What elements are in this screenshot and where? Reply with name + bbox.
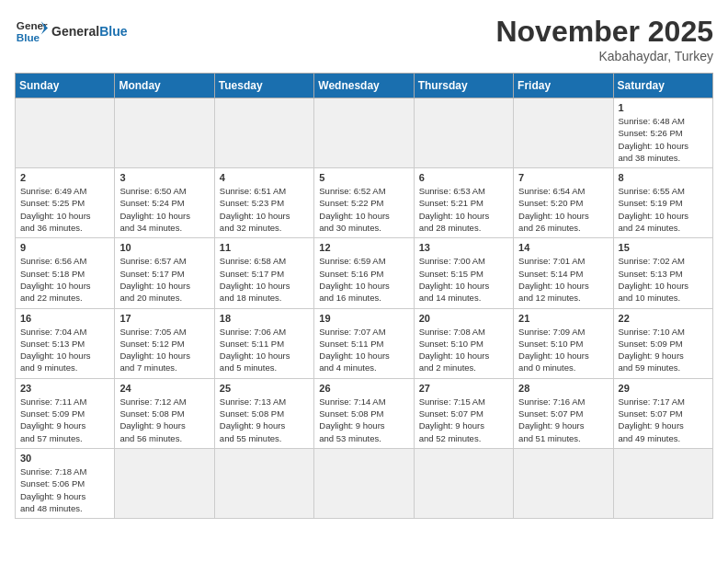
calendar-table: SundayMondayTuesdayWednesdayThursdayFrid… bbox=[15, 73, 713, 519]
logo-icon: General Blue bbox=[15, 15, 48, 48]
day-cell: 19Sunrise: 7:07 AM Sunset: 5:11 PM Dayli… bbox=[314, 308, 414, 378]
day-number: 23 bbox=[20, 383, 109, 394]
day-cell bbox=[414, 98, 513, 168]
day-cell: 30Sunrise: 7:18 AM Sunset: 5:06 PM Dayli… bbox=[16, 448, 115, 518]
day-info: Sunrise: 7:08 AM Sunset: 5:10 PM Dayligh… bbox=[419, 326, 508, 374]
logo: General Blue GeneralBlue bbox=[15, 15, 127, 48]
day-cell: 5Sunrise: 6:52 AM Sunset: 5:22 PM Daylig… bbox=[314, 168, 414, 238]
day-info: Sunrise: 6:58 AM Sunset: 5:17 PM Dayligh… bbox=[220, 255, 309, 304]
day-cell: 20Sunrise: 7:08 AM Sunset: 5:10 PM Dayli… bbox=[414, 308, 513, 378]
day-number: 25 bbox=[220, 383, 309, 394]
day-number: 28 bbox=[518, 383, 608, 394]
page-header: General Blue GeneralBlue November 2025 K… bbox=[15, 15, 713, 63]
day-info: Sunrise: 7:15 AM Sunset: 5:07 PM Dayligh… bbox=[419, 396, 508, 444]
day-number: 11 bbox=[220, 242, 309, 253]
day-cell: 17Sunrise: 7:05 AM Sunset: 5:12 PM Dayli… bbox=[115, 308, 214, 378]
day-cell: 16Sunrise: 7:04 AM Sunset: 5:13 PM Dayli… bbox=[16, 308, 115, 378]
day-number: 12 bbox=[319, 242, 408, 253]
day-number: 2 bbox=[20, 172, 109, 183]
header-wednesday: Wednesday bbox=[314, 74, 414, 98]
header-thursday: Thursday bbox=[414, 74, 513, 98]
day-info: Sunrise: 6:59 AM Sunset: 5:16 PM Dayligh… bbox=[319, 255, 408, 304]
day-info: Sunrise: 7:02 AM Sunset: 5:13 PM Dayligh… bbox=[619, 255, 708, 304]
day-info: Sunrise: 6:51 AM Sunset: 5:23 PM Dayligh… bbox=[220, 185, 309, 234]
day-cell bbox=[16, 98, 115, 168]
week-row-6: 30Sunrise: 7:18 AM Sunset: 5:06 PM Dayli… bbox=[16, 448, 713, 518]
day-number: 16 bbox=[20, 313, 109, 324]
logo-text: GeneralBlue bbox=[51, 24, 127, 39]
day-info: Sunrise: 7:05 AM Sunset: 5:12 PM Dayligh… bbox=[119, 326, 209, 374]
svg-text:General: General bbox=[17, 19, 48, 31]
day-cell: 2Sunrise: 6:49 AM Sunset: 5:25 PM Daylig… bbox=[16, 168, 115, 238]
day-info: Sunrise: 6:54 AM Sunset: 5:20 PM Dayligh… bbox=[518, 185, 608, 234]
day-info: Sunrise: 7:16 AM Sunset: 5:07 PM Dayligh… bbox=[518, 396, 608, 444]
day-cell bbox=[514, 98, 613, 168]
day-number: 17 bbox=[119, 313, 209, 324]
day-info: Sunrise: 6:50 AM Sunset: 5:24 PM Dayligh… bbox=[119, 185, 209, 234]
day-number: 4 bbox=[220, 172, 309, 183]
header-tuesday: Tuesday bbox=[214, 74, 313, 98]
day-info: Sunrise: 7:10 AM Sunset: 5:09 PM Dayligh… bbox=[619, 326, 708, 374]
day-info: Sunrise: 7:17 AM Sunset: 5:07 PM Dayligh… bbox=[619, 396, 708, 444]
day-info: Sunrise: 7:11 AM Sunset: 5:09 PM Dayligh… bbox=[20, 396, 109, 444]
day-number: 29 bbox=[619, 383, 708, 394]
day-number: 8 bbox=[619, 172, 708, 183]
day-cell: 13Sunrise: 7:00 AM Sunset: 5:15 PM Dayli… bbox=[414, 238, 513, 308]
day-info: Sunrise: 6:52 AM Sunset: 5:22 PM Dayligh… bbox=[319, 185, 408, 234]
day-cell bbox=[514, 448, 613, 518]
day-cell: 25Sunrise: 7:13 AM Sunset: 5:08 PM Dayli… bbox=[214, 378, 313, 448]
title-block: November 2025 Kabahaydar, Turkey bbox=[495, 15, 713, 63]
day-cell bbox=[314, 98, 414, 168]
week-row-3: 9Sunrise: 6:56 AM Sunset: 5:18 PM Daylig… bbox=[16, 238, 713, 308]
day-number: 27 bbox=[419, 383, 508, 394]
week-row-1: 1Sunrise: 6:48 AM Sunset: 5:26 PM Daylig… bbox=[16, 98, 713, 168]
day-info: Sunrise: 6:57 AM Sunset: 5:17 PM Dayligh… bbox=[119, 255, 209, 304]
day-number: 5 bbox=[319, 172, 408, 183]
day-cell bbox=[414, 448, 513, 518]
day-info: Sunrise: 7:13 AM Sunset: 5:08 PM Dayligh… bbox=[220, 396, 309, 444]
header-monday: Monday bbox=[115, 74, 214, 98]
day-number: 20 bbox=[419, 313, 508, 324]
day-cell bbox=[115, 448, 214, 518]
day-info: Sunrise: 7:07 AM Sunset: 5:11 PM Dayligh… bbox=[319, 326, 408, 374]
svg-text:Blue: Blue bbox=[17, 31, 40, 43]
day-info: Sunrise: 7:01 AM Sunset: 5:14 PM Dayligh… bbox=[518, 255, 608, 304]
header-sunday: Sunday bbox=[16, 74, 115, 98]
day-info: Sunrise: 7:18 AM Sunset: 5:06 PM Dayligh… bbox=[20, 465, 109, 514]
day-cell: 24Sunrise: 7:12 AM Sunset: 5:08 PM Dayli… bbox=[115, 378, 214, 448]
day-number: 1 bbox=[619, 102, 708, 113]
month-title: November 2025 bbox=[495, 15, 713, 49]
day-cell: 7Sunrise: 6:54 AM Sunset: 5:20 PM Daylig… bbox=[514, 168, 613, 238]
week-row-2: 2Sunrise: 6:49 AM Sunset: 5:25 PM Daylig… bbox=[16, 168, 713, 238]
day-number: 13 bbox=[419, 242, 508, 253]
day-number: 24 bbox=[119, 383, 209, 394]
day-cell: 28Sunrise: 7:16 AM Sunset: 5:07 PM Dayli… bbox=[514, 378, 613, 448]
day-number: 26 bbox=[319, 383, 408, 394]
day-info: Sunrise: 7:14 AM Sunset: 5:08 PM Dayligh… bbox=[319, 396, 408, 444]
day-number: 10 bbox=[119, 242, 209, 253]
day-number: 6 bbox=[419, 172, 508, 183]
day-cell bbox=[613, 448, 712, 518]
day-info: Sunrise: 7:06 AM Sunset: 5:11 PM Dayligh… bbox=[220, 326, 309, 374]
week-row-5: 23Sunrise: 7:11 AM Sunset: 5:09 PM Dayli… bbox=[16, 378, 713, 448]
day-cell: 14Sunrise: 7:01 AM Sunset: 5:14 PM Dayli… bbox=[514, 238, 613, 308]
day-cell: 8Sunrise: 6:55 AM Sunset: 5:19 PM Daylig… bbox=[613, 168, 712, 238]
day-cell bbox=[115, 98, 214, 168]
day-info: Sunrise: 6:53 AM Sunset: 5:21 PM Dayligh… bbox=[419, 185, 508, 234]
day-cell: 3Sunrise: 6:50 AM Sunset: 5:24 PM Daylig… bbox=[115, 168, 214, 238]
day-cell: 27Sunrise: 7:15 AM Sunset: 5:07 PM Dayli… bbox=[414, 378, 513, 448]
day-info: Sunrise: 7:04 AM Sunset: 5:13 PM Dayligh… bbox=[20, 326, 109, 374]
day-number: 18 bbox=[220, 313, 309, 324]
day-cell bbox=[214, 448, 313, 518]
day-cell: 21Sunrise: 7:09 AM Sunset: 5:10 PM Dayli… bbox=[514, 308, 613, 378]
day-number: 15 bbox=[619, 242, 708, 253]
day-cell: 29Sunrise: 7:17 AM Sunset: 5:07 PM Dayli… bbox=[613, 378, 712, 448]
day-cell: 4Sunrise: 6:51 AM Sunset: 5:23 PM Daylig… bbox=[214, 168, 313, 238]
day-number: 3 bbox=[119, 172, 209, 183]
day-cell: 12Sunrise: 6:59 AM Sunset: 5:16 PM Dayli… bbox=[314, 238, 414, 308]
day-cell bbox=[214, 98, 313, 168]
day-number: 22 bbox=[619, 313, 708, 324]
day-info: Sunrise: 7:12 AM Sunset: 5:08 PM Dayligh… bbox=[119, 396, 209, 444]
day-cell: 26Sunrise: 7:14 AM Sunset: 5:08 PM Dayli… bbox=[314, 378, 414, 448]
day-info: Sunrise: 6:48 AM Sunset: 5:26 PM Dayligh… bbox=[619, 115, 708, 164]
